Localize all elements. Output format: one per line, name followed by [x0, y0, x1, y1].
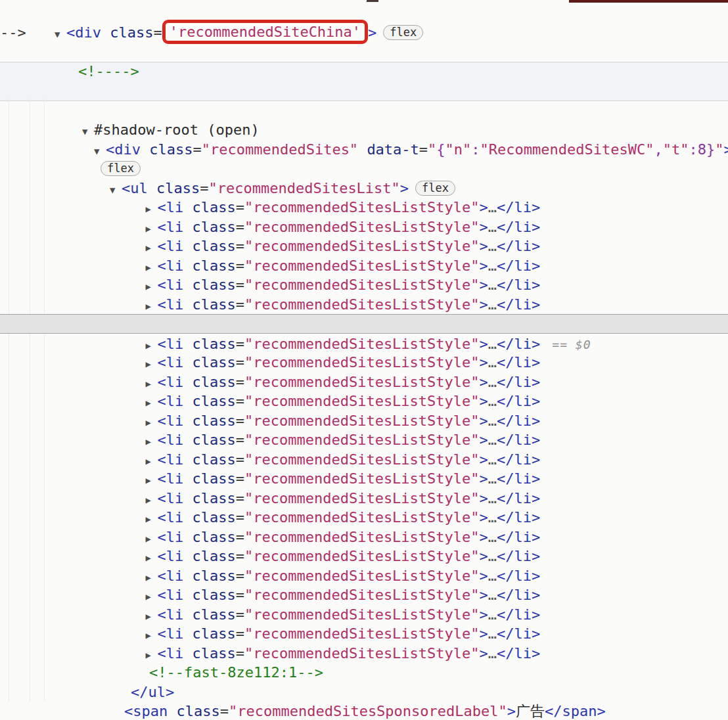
tree-row-comment[interactable]: <!---->	[0, 42, 728, 62]
tree-row-li-recommendedSitesListStyle[interactable]: ▶<li class="recommendedSitesListStyle">……	[0, 275, 728, 295]
cropped-previous-row-artifact	[367, 0, 378, 2]
tree-row-li-recommendedSitesListStyle[interactable]: ▶<li class="recommendedSitesListStyle">……	[0, 295, 728, 315]
tree-row-li-recommendedSitesListStyle[interactable]: ▶<li class="recommendedSitesListStyle">……	[0, 353, 728, 372]
tree-row-ul-close[interactable]: </ul>	[0, 663, 728, 683]
tree-row-li-recommendedSitesListStyle[interactable]: ▶<li class="recommendedSitesListStyle">……	[0, 605, 728, 625]
annotation-highlight-box: 'recommendedSiteChina'	[162, 20, 368, 44]
tree-row-li-recommendedSitesListStyle[interactable]: ▶<li class="recommendedSitesListStyle">……	[0, 236, 728, 256]
tree-row-div-close[interactable]: </div>	[0, 702, 728, 720]
tree-row-flex-badge-wrap: flex	[0, 140, 728, 160]
tree-row-li-recommendedSitesListStyle[interactable]: ▶<li class="recommendedSitesListStyle">……	[0, 450, 728, 470]
tree-row-li-recommendedSitesListStyle[interactable]: ▶<li class="recommendedSitesListStyle">……	[0, 585, 728, 605]
tree-row-ul-recommendedSitesList[interactable]: ▼<ul class="recommendedSitesList">flex	[0, 159, 728, 179]
tree-row-li-recommendedSitesListStyle[interactable]: ▶<li class="recommendedSitesListStyle">……	[0, 528, 728, 547]
tree-row-li-recommendedSitesListStyle[interactable]: ▶<li class="recommendedSitesListStyle">……	[0, 411, 728, 431]
cropped-previous-row-artifact	[569, 0, 728, 3]
comment-token: <!---->	[78, 63, 139, 79]
tree-row-li-recommendedSitesListStyle[interactable]: ▶<li class="recommendedSitesListStyle">……	[0, 372, 728, 392]
tree-row-li-recommendedSitesListStyle[interactable]: ▶<li class="recommendedSitesListStyle">……	[0, 508, 728, 528]
tree-row-li-recommendedSitesListStyle[interactable]: ▶<li class="recommendedSitesListStyle">……	[0, 179, 728, 198]
tree-row-li-recommendedSitesListStyle[interactable]: ▶<li class="recommendedSitesListStyle">……	[0, 566, 728, 586]
disclosure-triangle-expanded-icon[interactable]: ▼	[55, 25, 66, 45]
tag-token: >	[368, 24, 376, 41]
tree-row-li-recommendedSitesListStyle[interactable]: ▶<li class="recommendedSitesListStyle">……	[0, 256, 728, 276]
tree-row-div-recommendedSites[interactable]: ▼<div class="recommendedSites" data-t="{…	[0, 120, 728, 140]
flex-badge[interactable]: flex	[383, 25, 423, 40]
tree-row-li-recommendedSitesListStyle[interactable]: ▶<li class="recommendedSitesListStyle">……	[0, 198, 728, 217]
tree-row-div-recommendedSiteChina[interactable]: ▼<div class='recommendedSiteChina'>flex	[0, 3, 728, 23]
attr-value-token: 'recommendedSiteChina'	[170, 24, 361, 40]
tree-row-comment-fast[interactable]: <!--fast-8ze112:1-->	[0, 644, 728, 664]
tree-row-shadow-root[interactable]: ▼#shadow-root (open)	[0, 101, 728, 121]
tree-row-li-recommendedSitesListStyle[interactable]: ▶<li class="recommendedSitesListStyle">……	[0, 334, 728, 353]
devtools-elements-panel: ▼<div class='recommendedSiteChina'>flex …	[0, 0, 728, 720]
tree-row-li-recommendedSitesListStyle[interactable]: ▶<li class="recommendedSitesListStyle">……	[0, 430, 728, 450]
tree-row-span-sponsored-label[interactable]: <span class="recommendedSitesSponsoredLa…	[0, 683, 728, 702]
tree-row-li-recommendedSitesListStyle[interactable]: ▶<li class="recommendedSitesListStyle">……	[0, 314, 728, 334]
tree-row-li-recommendedSitesListStyle[interactable]: ▶<li class="recommendedSitesListStyle">……	[0, 392, 728, 411]
tag-token: <div	[66, 24, 110, 41]
tree-row-li-recommendedSitesListStyle[interactable]: ▶<li class="recommendedSitesListStyle">……	[0, 624, 728, 644]
tree-row-li-recommendedSitesListStyle[interactable]: ▶<li class="recommendedSitesListStyle">……	[0, 469, 728, 489]
tree-row-li-recommendedSitesListStyle[interactable]: ▶<li class="recommendedSitesListStyle">……	[0, 217, 728, 237]
li-row-list: ▶<li class="recommendedSitesListStyle">……	[0, 179, 728, 644]
punct-token: =	[153, 24, 162, 41]
tree-row-li-recommendedSitesListStyle[interactable]: ▶<li class="recommendedSitesListStyle">……	[0, 489, 728, 508]
tree-row-li-recommendedSitesListStyle[interactable]: ▶<li class="recommendedSitesListStyle">……	[0, 547, 728, 566]
attr-name-token: class	[110, 24, 153, 41]
